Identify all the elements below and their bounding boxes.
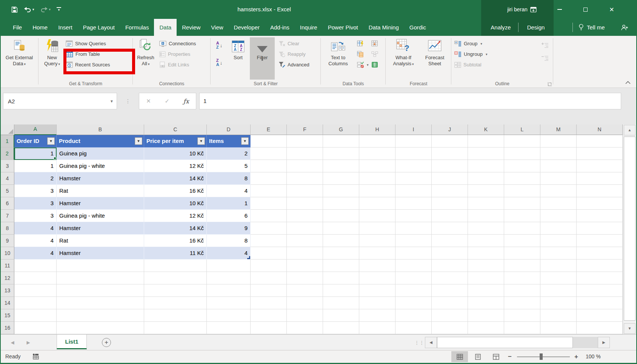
cell-B6[interactable]: Hamster <box>57 197 144 210</box>
cell-D7[interactable]: 6 <box>207 210 251 222</box>
cell-H15[interactable] <box>359 309 395 322</box>
share-button[interactable] <box>621 19 628 36</box>
cell-B9[interactable]: Rat <box>57 235 144 247</box>
cell-B3[interactable]: Guinea pig - white <box>57 160 144 172</box>
cell-G6[interactable] <box>323 197 359 210</box>
scroll-right-button[interactable]: ▶ <box>598 337 610 348</box>
cell-D16[interactable] <box>207 322 251 334</box>
row-header-16[interactable]: 16 <box>1 322 14 334</box>
flash-fill-button[interactable] <box>357 39 364 48</box>
cell-J2[interactable] <box>432 147 468 160</box>
cell-E10[interactable] <box>251 247 287 260</box>
cell-B16[interactable] <box>57 322 144 334</box>
text-to-columns-button[interactable]: Text to Columns <box>322 37 355 80</box>
tab-file[interactable]: File <box>8 19 27 36</box>
scroll-down-button[interactable]: ▼ <box>624 323 635 334</box>
zoom-out-button[interactable]: − <box>508 350 512 363</box>
cell-I12[interactable] <box>395 272 432 284</box>
cell-H13[interactable] <box>359 284 395 297</box>
cell-K14[interactable] <box>468 297 504 309</box>
cell-J5[interactable] <box>432 185 468 197</box>
show-detail-button[interactable] <box>541 40 549 50</box>
cell-G1[interactable] <box>323 135 359 147</box>
clear-filter-button[interactable]: Clear <box>278 39 299 48</box>
row-header-4[interactable]: 4 <box>1 172 14 185</box>
cell-H9[interactable] <box>359 235 395 247</box>
cell-M11[interactable] <box>540 260 577 272</box>
subtotal-button[interactable]: Subtotal <box>454 60 482 69</box>
cell-N3[interactable] <box>577 160 623 172</box>
cell-K9[interactable] <box>468 235 504 247</box>
name-box-dropdown[interactable]: ▼ <box>107 93 117 109</box>
cell-N5[interactable] <box>577 185 623 197</box>
cell-F11[interactable] <box>287 260 323 272</box>
cell-N12[interactable] <box>577 272 623 284</box>
horizontal-scroll-thumb[interactable] <box>437 337 573 348</box>
cell-C10[interactable]: 11 Kč <box>144 247 207 260</box>
cell-C5[interactable]: 16 Kč <box>144 185 207 197</box>
cell-J11[interactable] <box>432 260 468 272</box>
cell-I1[interactable] <box>395 135 432 147</box>
row-header-13[interactable]: 13 <box>1 284 14 297</box>
cell-C16[interactable] <box>144 322 207 334</box>
cell-E14[interactable] <box>251 297 287 309</box>
ribbon-display-options-button[interactable] <box>525 0 542 19</box>
cell-K8[interactable] <box>468 222 504 235</box>
cell-J15[interactable] <box>432 309 468 322</box>
cell-K7[interactable] <box>468 210 504 222</box>
relationships-button[interactable] <box>371 49 378 59</box>
cell-B5[interactable]: Rat <box>57 185 144 197</box>
cancel-button[interactable]: ✕ <box>146 98 151 104</box>
cell-M10[interactable] <box>540 247 577 260</box>
cell-E3[interactable] <box>251 160 287 172</box>
cell-B7[interactable]: Guinea pig - white <box>57 210 144 222</box>
cell-M5[interactable] <box>540 185 577 197</box>
column-header-A[interactable]: A <box>14 124 57 135</box>
cell-J10[interactable] <box>432 247 468 260</box>
cell-H12[interactable] <box>359 272 395 284</box>
cell-L16[interactable] <box>504 322 540 334</box>
name-box[interactable]: A2 ▼ <box>3 93 117 109</box>
cell-N9[interactable] <box>577 235 623 247</box>
ungroup-button[interactable]: Ungroup▾ <box>454 49 487 59</box>
cell-G2[interactable] <box>323 147 359 160</box>
cell-B2[interactable]: Guinea pig <box>57 147 144 160</box>
column-header-E[interactable]: E <box>251 124 287 135</box>
cell-L2[interactable] <box>504 147 540 160</box>
cell-C2[interactable]: 10 Kč <box>144 147 207 160</box>
cell-L4[interactable] <box>504 172 540 185</box>
column-header-B[interactable]: B <box>57 124 144 135</box>
zoom-level[interactable]: 100 % <box>586 350 601 363</box>
cell-A5[interactable]: 3 <box>14 185 57 197</box>
get-external-data-button[interactable]: Get External Data▾ <box>3 37 35 80</box>
cell-N10[interactable] <box>577 247 623 260</box>
row-header-7[interactable]: 7 <box>1 210 14 222</box>
connections-button[interactable]: Connections <box>159 39 196 48</box>
filter-dropdown-Items[interactable]: ▾ <box>241 137 249 145</box>
cell-F15[interactable] <box>287 309 323 322</box>
tab-gordic[interactable]: Gordic <box>404 19 431 36</box>
cell-E7[interactable] <box>251 210 287 222</box>
what-if-analysis-button[interactable]: ? What-If Analysis▾ <box>388 37 419 80</box>
cell-C3[interactable]: 12 Kč <box>144 160 207 172</box>
cell-D1[interactable]: Items▾ <box>207 135 251 147</box>
cell-J16[interactable] <box>432 322 468 334</box>
cell-N1[interactable] <box>577 135 623 147</box>
cell-I2[interactable] <box>395 147 432 160</box>
cell-F6[interactable] <box>287 197 323 210</box>
cell-M16[interactable] <box>540 322 577 334</box>
cell-G12[interactable] <box>323 272 359 284</box>
cell-H16[interactable] <box>359 322 395 334</box>
column-header-L[interactable]: L <box>504 124 540 135</box>
cell-L14[interactable] <box>504 297 540 309</box>
cell-H7[interactable] <box>359 210 395 222</box>
tab-design[interactable]: Design <box>519 19 553 36</box>
cell-E15[interactable] <box>251 309 287 322</box>
cell-H1[interactable] <box>359 135 395 147</box>
cell-M9[interactable] <box>540 235 577 247</box>
cell-L10[interactable] <box>504 247 540 260</box>
cell-N4[interactable] <box>577 172 623 185</box>
refresh-all-button[interactable]: Refresh All▾ <box>134 37 157 80</box>
reapply-filter-button[interactable]: Reapply <box>278 49 306 59</box>
cell-L5[interactable] <box>504 185 540 197</box>
